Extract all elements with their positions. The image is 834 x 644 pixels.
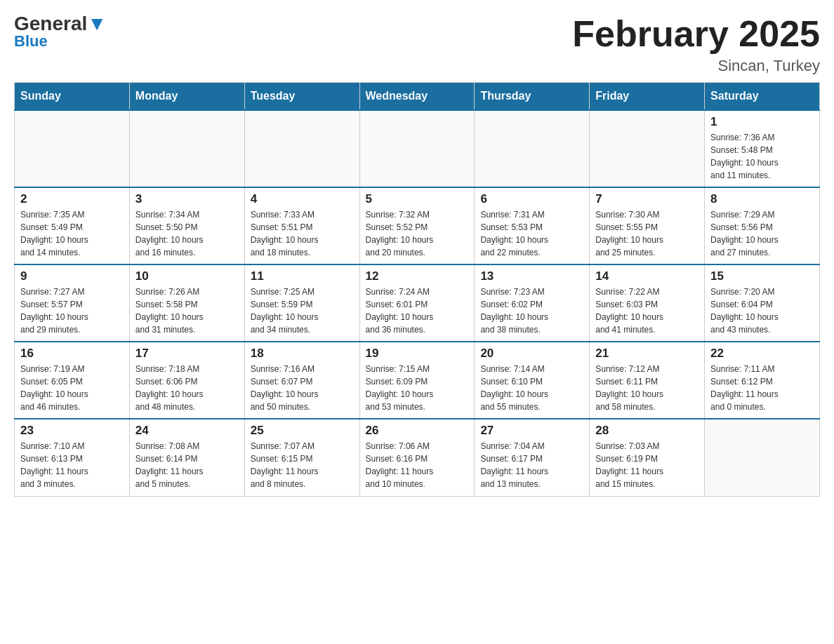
calendar-week-1: 1Sunrise: 7:36 AM Sunset: 5:48 PM Daylig… xyxy=(15,110,820,187)
logo: General▼ Blue xyxy=(14,14,107,51)
header-friday: Friday xyxy=(590,83,705,111)
day-number: 18 xyxy=(251,347,354,361)
day-number: 11 xyxy=(251,269,354,283)
day-number: 5 xyxy=(366,192,469,206)
calendar-cell-w4-d7: 22Sunrise: 7:11 AM Sunset: 6:12 PM Dayli… xyxy=(705,342,820,419)
month-title: February 2025 xyxy=(572,14,820,54)
calendar-cell-w4-d6: 21Sunrise: 7:12 AM Sunset: 6:11 PM Dayli… xyxy=(590,342,705,419)
day-number: 12 xyxy=(366,269,469,283)
page-header: General▼ Blue February 2025 Sincan, Turk… xyxy=(14,14,820,75)
calendar-cell-w1-d3 xyxy=(244,110,359,187)
day-info: Sunrise: 7:10 AM Sunset: 6:13 PM Dayligh… xyxy=(20,440,124,490)
day-info: Sunrise: 7:25 AM Sunset: 5:59 PM Dayligh… xyxy=(251,286,354,336)
day-info: Sunrise: 7:22 AM Sunset: 6:03 PM Dayligh… xyxy=(595,286,699,336)
day-number: 9 xyxy=(20,269,124,283)
day-number: 1 xyxy=(710,115,814,129)
day-info: Sunrise: 7:03 AM Sunset: 6:19 PM Dayligh… xyxy=(595,440,699,490)
day-number: 20 xyxy=(480,347,583,361)
calendar-cell-w5-d1: 23Sunrise: 7:10 AM Sunset: 6:13 PM Dayli… xyxy=(15,419,130,496)
calendar-cell-w4-d2: 17Sunrise: 7:18 AM Sunset: 6:06 PM Dayli… xyxy=(129,342,244,419)
calendar-cell-w3-d6: 14Sunrise: 7:22 AM Sunset: 6:03 PM Dayli… xyxy=(590,264,705,342)
calendar-table: Sunday Monday Tuesday Wednesday Thursday… xyxy=(14,82,820,497)
day-info: Sunrise: 7:11 AM Sunset: 6:12 PM Dayligh… xyxy=(710,363,814,413)
day-number: 7 xyxy=(595,192,699,206)
day-info: Sunrise: 7:19 AM Sunset: 6:05 PM Dayligh… xyxy=(20,363,124,413)
day-info: Sunrise: 7:18 AM Sunset: 6:06 PM Dayligh… xyxy=(135,363,239,413)
day-number: 14 xyxy=(595,269,699,283)
calendar-cell-w3-d1: 9Sunrise: 7:27 AM Sunset: 5:57 PM Daylig… xyxy=(15,264,130,342)
day-info: Sunrise: 7:23 AM Sunset: 6:02 PM Dayligh… xyxy=(480,286,583,336)
day-number: 26 xyxy=(366,424,469,438)
calendar-header-row: Sunday Monday Tuesday Wednesday Thursday… xyxy=(15,83,820,111)
logo-triangle-icon: ▼ xyxy=(87,13,107,34)
day-number: 23 xyxy=(20,424,124,438)
calendar-cell-w5-d4: 26Sunrise: 7:06 AM Sunset: 6:16 PM Dayli… xyxy=(359,419,475,496)
day-info: Sunrise: 7:32 AM Sunset: 5:52 PM Dayligh… xyxy=(366,208,469,259)
day-info: Sunrise: 7:26 AM Sunset: 5:58 PM Dayligh… xyxy=(135,286,239,336)
day-info: Sunrise: 7:36 AM Sunset: 5:48 PM Dayligh… xyxy=(710,131,814,182)
day-number: 15 xyxy=(710,269,814,283)
calendar-cell-w1-d2 xyxy=(129,110,244,187)
calendar-week-5: 23Sunrise: 7:10 AM Sunset: 6:13 PM Dayli… xyxy=(15,419,820,496)
header-saturday: Saturday xyxy=(705,83,820,111)
calendar-cell-w5-d3: 25Sunrise: 7:07 AM Sunset: 6:15 PM Dayli… xyxy=(244,419,359,496)
day-number: 6 xyxy=(480,192,583,206)
header-sunday: Sunday xyxy=(15,83,130,111)
day-info: Sunrise: 7:27 AM Sunset: 5:57 PM Dayligh… xyxy=(20,286,124,336)
day-number: 19 xyxy=(366,347,469,361)
day-number: 2 xyxy=(20,192,124,206)
day-info: Sunrise: 7:06 AM Sunset: 6:16 PM Dayligh… xyxy=(366,440,469,490)
calendar-cell-w2-d4: 5Sunrise: 7:32 AM Sunset: 5:52 PM Daylig… xyxy=(359,187,475,264)
calendar-cell-w3-d3: 11Sunrise: 7:25 AM Sunset: 5:59 PM Dayli… xyxy=(244,264,359,342)
calendar-week-2: 2Sunrise: 7:35 AM Sunset: 5:49 PM Daylig… xyxy=(15,187,820,264)
calendar-cell-w3-d5: 13Sunrise: 7:23 AM Sunset: 6:02 PM Dayli… xyxy=(475,264,590,342)
calendar-cell-w3-d7: 15Sunrise: 7:20 AM Sunset: 6:04 PM Dayli… xyxy=(705,264,820,342)
day-number: 22 xyxy=(710,347,814,361)
calendar-cell-w4-d3: 18Sunrise: 7:16 AM Sunset: 6:07 PM Dayli… xyxy=(244,342,359,419)
calendar-cell-w5-d7 xyxy=(705,419,820,496)
logo-blue-text: Blue xyxy=(14,32,48,51)
day-number: 4 xyxy=(251,192,354,206)
calendar-week-3: 9Sunrise: 7:27 AM Sunset: 5:57 PM Daylig… xyxy=(15,264,820,342)
day-info: Sunrise: 7:16 AM Sunset: 6:07 PM Dayligh… xyxy=(251,363,354,413)
day-number: 24 xyxy=(135,424,239,438)
calendar-cell-w5-d2: 24Sunrise: 7:08 AM Sunset: 6:14 PM Dayli… xyxy=(129,419,244,496)
calendar-cell-w2-d6: 7Sunrise: 7:30 AM Sunset: 5:55 PM Daylig… xyxy=(590,187,705,264)
calendar-cell-w2-d7: 8Sunrise: 7:29 AM Sunset: 5:56 PM Daylig… xyxy=(705,187,820,264)
calendar-cell-w2-d2: 3Sunrise: 7:34 AM Sunset: 5:50 PM Daylig… xyxy=(129,187,244,264)
calendar-cell-w3-d2: 10Sunrise: 7:26 AM Sunset: 5:58 PM Dayli… xyxy=(129,264,244,342)
day-info: Sunrise: 7:29 AM Sunset: 5:56 PM Dayligh… xyxy=(710,208,814,259)
calendar-cell-w1-d6 xyxy=(590,110,705,187)
day-info: Sunrise: 7:20 AM Sunset: 6:04 PM Dayligh… xyxy=(710,286,814,336)
calendar-cell-w2-d5: 6Sunrise: 7:31 AM Sunset: 5:53 PM Daylig… xyxy=(475,187,590,264)
calendar-cell-w5-d5: 27Sunrise: 7:04 AM Sunset: 6:17 PM Dayli… xyxy=(475,419,590,496)
day-number: 28 xyxy=(595,424,699,438)
day-info: Sunrise: 7:15 AM Sunset: 6:09 PM Dayligh… xyxy=(366,363,469,413)
day-info: Sunrise: 7:12 AM Sunset: 6:11 PM Dayligh… xyxy=(595,363,699,413)
day-info: Sunrise: 7:14 AM Sunset: 6:10 PM Dayligh… xyxy=(480,363,583,413)
calendar-cell-w4-d4: 19Sunrise: 7:15 AM Sunset: 6:09 PM Dayli… xyxy=(359,342,475,419)
day-info: Sunrise: 7:31 AM Sunset: 5:53 PM Dayligh… xyxy=(480,208,583,259)
day-number: 17 xyxy=(135,347,239,361)
day-info: Sunrise: 7:07 AM Sunset: 6:15 PM Dayligh… xyxy=(251,440,354,490)
day-number: 10 xyxy=(135,269,239,283)
calendar-cell-w2-d1: 2Sunrise: 7:35 AM Sunset: 5:49 PM Daylig… xyxy=(15,187,130,264)
calendar-cell-w3-d4: 12Sunrise: 7:24 AM Sunset: 6:01 PM Dayli… xyxy=(359,264,475,342)
calendar-cell-w1-d1 xyxy=(15,110,130,187)
day-info: Sunrise: 7:34 AM Sunset: 5:50 PM Dayligh… xyxy=(135,208,239,259)
header-thursday: Thursday xyxy=(475,83,590,111)
day-info: Sunrise: 7:35 AM Sunset: 5:49 PM Dayligh… xyxy=(20,208,124,259)
day-info: Sunrise: 7:33 AM Sunset: 5:51 PM Dayligh… xyxy=(251,208,354,259)
calendar-cell-w4-d1: 16Sunrise: 7:19 AM Sunset: 6:05 PM Dayli… xyxy=(15,342,130,419)
day-info: Sunrise: 7:04 AM Sunset: 6:17 PM Dayligh… xyxy=(480,440,583,490)
logo-general-text: General▼ xyxy=(14,14,107,34)
calendar-cell-w5-d6: 28Sunrise: 7:03 AM Sunset: 6:19 PM Dayli… xyxy=(590,419,705,496)
day-number: 21 xyxy=(595,347,699,361)
day-number: 3 xyxy=(135,192,239,206)
calendar-week-4: 16Sunrise: 7:19 AM Sunset: 6:05 PM Dayli… xyxy=(15,342,820,419)
header-tuesday: Tuesday xyxy=(244,83,359,111)
calendar-cell-w4-d5: 20Sunrise: 7:14 AM Sunset: 6:10 PM Dayli… xyxy=(475,342,590,419)
day-number: 13 xyxy=(480,269,583,283)
day-number: 25 xyxy=(251,424,354,438)
day-number: 27 xyxy=(480,424,583,438)
